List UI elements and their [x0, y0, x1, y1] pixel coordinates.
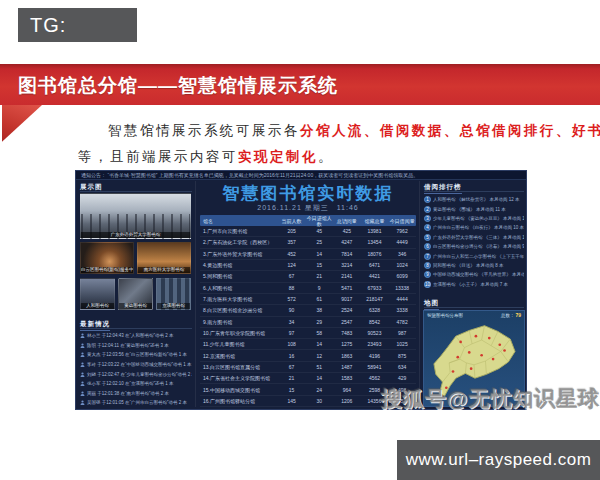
- table-row: 7.南方医科大学图书馆 572 61 9017 218147 4444: [200, 294, 416, 305]
- map-total-value: 79: [515, 312, 521, 318]
- cell-collection-total: 6328: [361, 307, 389, 313]
- photo-caption: 南方医科大学图书馆: [138, 267, 190, 273]
- ranking-text: 广州市白云图书馆 《白夜行》 本月借阅 10 本: [433, 225, 524, 230]
- cell-current-visitors: 16: [278, 353, 306, 359]
- table-row: 12.京溪图书馆 16 12 1863 4196 875: [200, 350, 416, 361]
- photo-caption: 黄边图书馆: [119, 303, 152, 309]
- cell-today-loans: 634: [388, 364, 416, 370]
- activity-item: 周丽 于12:01:38 在“南方图书馆”借书 2 本: [80, 389, 192, 399]
- news-section-title: 最新情况: [80, 320, 110, 331]
- cell-library-name: 16.广州图书馆驿站分馆: [200, 398, 278, 404]
- cell-collection-total: 58941: [361, 364, 389, 370]
- cell-total-visits: 7483: [333, 330, 361, 336]
- cell-current-visitors: 67: [278, 273, 306, 279]
- library-photo: 人和图书馆: [80, 278, 115, 310]
- cell-today-loans: 875: [388, 353, 416, 359]
- cell-total-visits: 1487: [333, 364, 361, 370]
- activity-text: 张小军 于12:02:10 在“京溪图书馆”还书 1 本: [87, 381, 174, 386]
- cell-library-name: 7.南方医科大学图书馆: [200, 296, 278, 302]
- cell-collection-total: 13454: [361, 239, 389, 245]
- cell-today-entries: 9: [305, 285, 333, 291]
- activity-text: 林小兰 于12:04:43 在“人和图书馆”借书 2 本: [87, 333, 174, 338]
- tg-tag: TG: MYYJJPP: [18, 8, 137, 42]
- rank-number-badge: 4: [424, 224, 431, 231]
- cell-library-name: 15.中国移动西城交图书馆: [200, 387, 278, 393]
- cell-current-visitors: 15: [278, 387, 306, 393]
- cell-current-visitors: 21: [278, 375, 306, 381]
- section-rule: [80, 328, 192, 329]
- ranking-item: 9 中国移动西城交图书馆 《平凡的世界》 本月借阅 8 本: [424, 270, 524, 279]
- cell-today-entries: 14: [305, 341, 333, 347]
- ranking-text: 中国移动西城交图书馆 《平凡的世界》 本月借阅 8 本: [433, 272, 524, 277]
- table-row: 14.广东省社会主义学院图书馆 21 14 1583 4562 429: [200, 373, 416, 384]
- person-icon: [80, 333, 85, 338]
- cell-today-loans: 429: [388, 375, 416, 381]
- activity-text: 刘晓 于12:02:47 在“少年儿童图书馆金沙分馆”借书 2 本: [87, 372, 192, 377]
- table-row: 1.广州市白云图书馆 205 45 425 13981 7962: [200, 226, 416, 237]
- rank-number-badge: 2: [424, 206, 431, 213]
- cell-library-name: 11.少年儿童图书馆: [200, 341, 278, 347]
- ranking-item: 8 同和图书馆 《目送》 本月借阅 8 本: [424, 261, 524, 270]
- table-header-cell: 今日借阅量: [388, 218, 416, 224]
- cell-today-loans: 346: [388, 251, 416, 257]
- person-icon: [80, 343, 85, 348]
- cell-library-name: 12.京溪图书馆: [200, 353, 278, 359]
- cell-library-name: 4.黄边图书馆: [200, 262, 278, 268]
- cell-current-visitors: 97: [278, 330, 306, 336]
- cell-total-visits: 1206: [333, 398, 361, 404]
- activity-item: 刘晓 于12:02:47 在“少年儿童图书馆金沙分馆”借书 2 本: [80, 369, 192, 379]
- person-icon: [80, 391, 85, 396]
- activity-item: 张小军 于12:02:10 在“京溪图书馆”还书 1 本: [80, 379, 192, 389]
- table-header-cell: 馆藏总量: [361, 218, 389, 224]
- photo-caption: 白云区图书馆(新馆)服务中心: [81, 267, 133, 273]
- rank-number-badge: 9: [424, 271, 431, 278]
- ranking-text: 少年儿童图书馆 《窗边的小豆豆》 本月借阅 11 本: [433, 216, 524, 221]
- ranking-item: 6 白云区图书馆金沙洲分馆 《活着》 本月借阅 9 本: [424, 242, 524, 251]
- rank-number-badge: 3: [424, 215, 431, 222]
- cell-library-name: 2.广东石油化工学院（西校区）: [200, 239, 278, 245]
- photo-caption: 京溪图书馆: [157, 303, 190, 309]
- cell-current-visitors: 572: [278, 296, 306, 302]
- cell-collection-total: 4421: [361, 273, 389, 279]
- table-row: 8.白云区图书馆金沙洲分馆 90 38 2524 6328 3338: [200, 305, 416, 316]
- cell-collection-total: 90523: [361, 330, 389, 336]
- dashboard-title: 智慧图书馆实时数据: [197, 182, 419, 205]
- cell-current-visitors: 108: [278, 341, 306, 347]
- cell-total-visits: 1275: [333, 341, 361, 347]
- dashboard-screenshot: 通知公告： “书香羊城·智慧图书馆” 上期图书有奖竞猜名单已揭晓，兑奖截止时间为…: [75, 170, 527, 410]
- cell-today-entries: 29: [305, 319, 333, 325]
- banner-fold-ribbon: [2, 105, 42, 145]
- cell-today-entries: 21: [305, 273, 333, 279]
- cell-today-entries: 61: [305, 296, 333, 302]
- cell-today-loans: 6099: [388, 273, 416, 279]
- activity-text: 黄大杰 于12:03:56 在“白云区图书馆新馆”借书 1 本: [87, 352, 187, 357]
- cell-current-visitors: 357: [278, 239, 306, 245]
- rank-number-badge: 10: [424, 281, 431, 288]
- activity-text: 周丽 于12:01:38 在“南方图书馆”借书 2 本: [87, 391, 169, 396]
- cell-today-entries: 15: [305, 262, 333, 268]
- cell-current-visitors: 90: [278, 307, 306, 313]
- activity-text: 吴国强 于12:01:05 在“广州市白云图书馆”借书 2 本: [87, 400, 187, 405]
- cell-today-loans: 987: [388, 330, 416, 336]
- section-rule: [424, 191, 524, 192]
- cell-collection-total: 6471: [361, 262, 389, 268]
- ranking-text: 广东外语外贸大学图书馆 《三体》 本月借阅 10 本: [433, 235, 524, 240]
- cell-collection-total: 67933: [361, 285, 389, 291]
- paragraph-highlight: 实现定制化: [238, 149, 318, 164]
- cell-total-visits: 4247: [333, 239, 361, 245]
- cell-today-entries: 24: [305, 387, 333, 393]
- cell-today-loans: 4449: [388, 239, 416, 245]
- cell-today-entries: 14: [305, 375, 333, 381]
- cell-today-loans: 13338: [388, 285, 416, 291]
- table-header-cell: 馆名: [200, 218, 278, 224]
- table-header-row: 馆名 当前人数 今日进馆人数 总访问量 馆藏总量 今日借阅量: [200, 215, 416, 226]
- cell-today-loans: 4782: [388, 319, 416, 325]
- ranking-text: 人和图书馆 《解忧杂货店》 本月借阅 12 本: [433, 197, 520, 202]
- ranking-item: 5 广东外语外贸大学图书馆 《三体》 本月借阅 10 本: [424, 233, 524, 242]
- ranking-text: 白云区图书馆金沙洲分馆 《活着》 本月借阅 9 本: [433, 244, 524, 249]
- person-icon: [80, 352, 85, 357]
- cell-library-name: 3.广东外语外贸大学图书馆: [200, 251, 278, 257]
- cell-today-entries: 58: [305, 330, 333, 336]
- cell-today-entries: 38: [305, 307, 333, 313]
- person-icon: [80, 372, 85, 377]
